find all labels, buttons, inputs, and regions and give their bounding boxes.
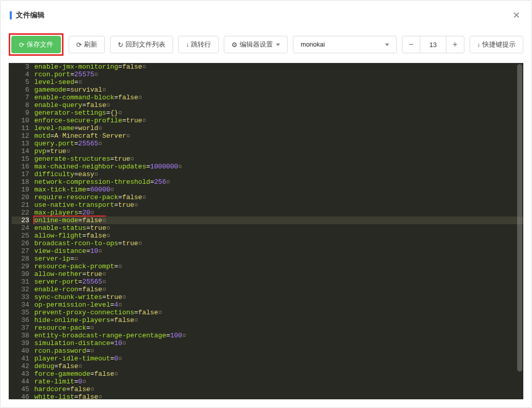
code-line[interactable]: entity-broadcast-range-percentage=100¤: [34, 332, 523, 339]
font-size-value[interactable]: 13: [420, 36, 446, 53]
code-line[interactable]: max-tick-time=60000¤: [34, 186, 523, 194]
code-line[interactable]: gamemode=survival¤: [34, 86, 523, 94]
code-editor[interactable]: 3456789101112131415161718192021222324252…: [9, 63, 523, 399]
code-line[interactable]: use-native-transport=true¤: [34, 201, 523, 209]
code-line[interactable]: enable-jmx-monitoring=false¤: [34, 63, 523, 71]
code-line[interactable]: rcon.port=25575¤: [34, 71, 523, 78]
save-button-label: 保存文件: [27, 40, 53, 49]
code-line[interactable]: prevent-proxy-connections=false¤: [34, 309, 523, 316]
gutter-line-number: 11: [12, 124, 29, 132]
refresh-button[interactable]: ⟳ 刷新: [69, 36, 105, 53]
code-line[interactable]: server-ip=¤: [34, 255, 523, 263]
gutter-line-number: 35: [12, 309, 29, 316]
editor-gutter: 3456789101112131415161718192021222324252…: [9, 63, 34, 399]
gutter-line-number: 37: [12, 324, 29, 332]
dialog-title: 文件编辑: [16, 11, 45, 20]
code-line[interactable]: resource-pack=¤: [34, 324, 523, 332]
code-line[interactable]: hide-online-players=false¤: [34, 316, 523, 324]
gutter-line-number: 6: [12, 86, 29, 94]
gutter-line-number: 17: [12, 170, 29, 178]
refresh-button-label: 刷新: [84, 40, 97, 49]
code-line[interactable]: player-idle-timeout=0¤: [34, 355, 523, 362]
gutter-line-number: 46: [12, 393, 29, 399]
gutter-line-number: 28: [12, 255, 29, 263]
gutter-line-number: 26: [12, 240, 29, 247]
gutter-line-number: 43: [12, 370, 29, 378]
refresh-icon: ⟳: [76, 41, 82, 49]
gutter-line-number: 30: [12, 270, 29, 278]
gutter-line-number: 22: [12, 209, 29, 217]
goto-line-button[interactable]: ↓ 跳转行: [178, 36, 219, 53]
back-to-list-button[interactable]: ↻ 回到文件列表: [110, 36, 173, 53]
gutter-line-number: 25: [12, 232, 29, 240]
code-line[interactable]: allow-nether=true¤: [34, 270, 523, 278]
gutter-line-number: 33: [12, 293, 29, 301]
title-accent: [10, 11, 12, 19]
editor-settings-button[interactable]: ⚙ 编辑器设置: [224, 36, 288, 53]
chevron-down-icon: [385, 44, 389, 46]
theme-select-value: monokai: [301, 41, 325, 48]
code-line[interactable]: level-name=world¤: [34, 124, 523, 132]
code-line[interactable]: hardcore=false¤: [34, 385, 523, 393]
gutter-line-number: 9: [12, 109, 29, 117]
code-line[interactable]: generate-structures=true¤: [34, 155, 523, 163]
code-line[interactable]: network-compression-threshold=256¤: [34, 178, 523, 186]
editor-scrollbar[interactable]: [517, 64, 522, 398]
gutter-line-number: 41: [12, 355, 29, 362]
gutter-line-number: 8: [12, 101, 29, 109]
code-line[interactable]: rcon.password=¤: [34, 347, 523, 355]
code-line[interactable]: allow-flight=false¤: [34, 232, 523, 240]
code-line[interactable]: broadcast-rcon-to-ops=true¤: [34, 240, 523, 247]
code-line[interactable]: motd=A·Minecraft·Server¤: [34, 132, 523, 140]
code-line[interactable]: enable-rcon=false¤: [34, 286, 523, 293]
code-line[interactable]: rate-limit=0¤: [34, 378, 523, 385]
code-line[interactable]: difficulty=easy¤: [34, 170, 523, 178]
save-button[interactable]: ⟳ 保存文件: [11, 36, 61, 53]
gutter-line-number: 21: [12, 201, 29, 209]
code-line[interactable]: op-permission-level=4¤: [34, 301, 523, 309]
theme-select[interactable]: monokai: [293, 36, 397, 53]
code-line[interactable]: enable-status=true¤: [34, 224, 523, 232]
code-line[interactable]: force-gamemode=false¤: [34, 370, 523, 378]
code-line[interactable]: debug=false¤: [34, 362, 523, 370]
gutter-line-number: 4: [12, 71, 29, 78]
code-line[interactable]: level-seed=¤: [34, 78, 523, 86]
scrollbar-thumb[interactable]: [517, 64, 522, 372]
code-line[interactable]: simulation-distance=10¤: [34, 339, 523, 347]
code-line[interactable]: query.port=25565¤: [34, 140, 523, 147]
editor-content[interactable]: enable-jmx-monitoring=false¤rcon.port=25…: [34, 63, 523, 399]
code-line[interactable]: enforce-secure-profile=true¤: [34, 117, 523, 124]
gutter-line-number: 42: [12, 362, 29, 370]
gutter-line-number: 34: [12, 301, 29, 309]
code-line[interactable]: server-port=25565¤: [34, 278, 523, 286]
code-line[interactable]: online-mode=false¤: [34, 217, 523, 224]
chevron-down-icon: [276, 44, 280, 46]
gutter-line-number: 29: [12, 263, 29, 270]
code-line[interactable]: sync-chunk-writes=true¤: [34, 293, 523, 301]
gutter-line-number: 10: [12, 117, 29, 124]
font-size-decrease[interactable]: −: [402, 36, 420, 53]
code-line[interactable]: require-resource-pack=false¤: [34, 194, 523, 201]
code-line[interactable]: enable-command-block=false¤: [34, 94, 523, 101]
code-line[interactable]: enable-query=false¤: [34, 101, 523, 109]
code-line[interactable]: white-list=false¤: [34, 393, 523, 399]
file-edit-dialog: 文件编辑 ✕ ⟳ 保存文件 ⟳ 刷新 ↻ 回到文件列表 ↓ 跳转行 ⚙ 编辑器设…: [0, 0, 532, 408]
gutter-line-number: 20: [12, 194, 29, 201]
gutter-line-number: 13: [12, 140, 29, 147]
shortcuts-button[interactable]: ↓ 快捷键提示: [470, 36, 523, 53]
gutter-line-number: 39: [12, 339, 29, 347]
code-line[interactable]: max-players=20¤: [34, 209, 523, 217]
code-line[interactable]: resource-pack-prompt=¤: [34, 263, 523, 270]
close-icon[interactable]: ✕: [510, 8, 522, 23]
gutter-line-number: 14: [12, 147, 29, 155]
gutter-line-number: 7: [12, 94, 29, 101]
font-size-increase[interactable]: +: [446, 36, 464, 53]
code-line[interactable]: generator-settings={}¤: [34, 109, 523, 117]
gutter-line-number: 5: [12, 78, 29, 86]
code-line[interactable]: view-distance=10¤: [34, 247, 523, 255]
down-arrow-icon: ↓: [186, 41, 189, 48]
gutter-line-number: 40: [12, 347, 29, 355]
gutter-line-number: 44: [12, 378, 29, 385]
code-line[interactable]: max-chained-neighbor-updates=1000000¤: [34, 163, 523, 170]
code-line[interactable]: pvp=true¤: [34, 147, 523, 155]
